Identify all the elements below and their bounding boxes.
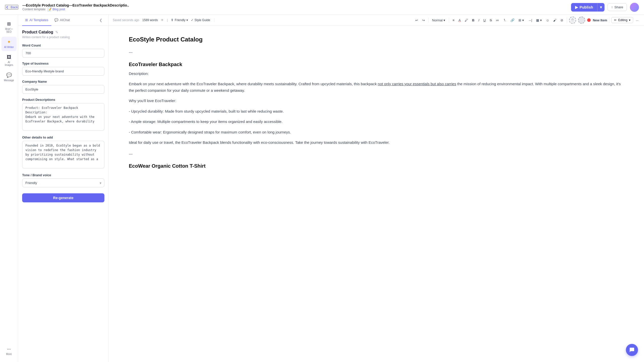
toolbar-divider-2 <box>449 18 449 23</box>
product-descriptions-group: Product Descriptions Product: EcoTravele… <box>22 98 104 131</box>
sidebar-item-brief-seo[interactable]: ⊞ Brief + SEO <box>2 19 17 36</box>
panel-collapse-button[interactable]: ❮ <box>97 16 104 24</box>
underline-button[interactable]: U <box>482 17 487 23</box>
tab-aichat[interactable]: 💬 AIChat <box>51 15 73 26</box>
content-template-label: Content template: <box>22 8 46 11</box>
other-details-label: Other details to add <box>22 135 104 139</box>
ordered-list-button[interactable]: ⒈ <box>502 17 508 23</box>
clear-format-button[interactable]: ⊘ <box>559 17 565 23</box>
sidebar-item-more[interactable]: ··· More <box>2 344 17 358</box>
description-link: not only carries your essentials but als… <box>378 82 456 86</box>
bullet-list-button[interactable]: ≔ <box>494 17 501 23</box>
sidebar-item-message[interactable]: 💬 Message <box>2 70 17 84</box>
panel-product-subtitle: Writes content for a product catalog <box>22 35 104 39</box>
sidebar-item-ai-writer[interactable]: ✦ AI Writer <box>2 37 17 51</box>
publish-button[interactable]: ▶ Publish ▾ <box>571 3 605 12</box>
type-of-business-label: Type of business <box>22 62 104 65</box>
ai-images-icon: 🖼 <box>7 55 11 60</box>
publish-icon: ▶ <box>575 5 578 10</box>
back-label: Back <box>11 5 18 9</box>
ai-writer-icon: ✦ <box>7 39 11 45</box>
toolbar-divider-1 <box>428 18 429 23</box>
header-subtitle: Content template: 📝 Blog post <box>22 7 571 11</box>
type-of-business-input[interactable] <box>22 67 104 76</box>
tab-ai-templates[interactable]: ⊞ AI Templates <box>22 15 51 26</box>
align-left-button[interactable]: ≡ <box>451 17 456 23</box>
chat-fab-button[interactable] <box>626 344 638 356</box>
tone-divider: | <box>167 18 168 22</box>
description-label: Description: <box>129 70 624 77</box>
separator-1: --- <box>129 49 624 56</box>
highlight-button[interactable]: 🖊 <box>463 17 469 23</box>
blog-post-link[interactable]: Blog post <box>53 8 65 11</box>
undo-button[interactable]: ↩ <box>414 17 420 23</box>
product1-title: EcoTraveler Backpack <box>129 62 624 67</box>
editing-chevron: ▾ <box>629 18 630 22</box>
style-guide-label: Style Guide <box>194 18 210 22</box>
ai-writer-label: AI Writer <box>4 46 14 49</box>
product-descriptions-input[interactable]: Product: EcoTraveler Backpack Descriptio… <box>22 103 104 131</box>
sidebar-nav: ⊞ Brief + SEO ✦ AI Writer 🖼 AI Images 💬 … <box>0 15 18 362</box>
eye-icon[interactable]: 👁 <box>161 18 164 22</box>
ai-templates-icon: ⊞ <box>25 18 28 22</box>
other-details-group: Other details to add Founded in 2010, Ec… <box>22 135 104 169</box>
redo-button[interactable]: ↪ <box>421 17 426 23</box>
tone-select[interactable]: Friendly Professional Casual Formal Witt… <box>22 178 104 187</box>
toolbar-divider-3 <box>567 18 567 23</box>
editor-title: EcoStyle Product Catalog <box>129 36 624 43</box>
back-button[interactable]: Back <box>5 5 18 10</box>
message-icon: 💬 <box>6 72 12 78</box>
page-title: ---EcoStyle Product Catalog---EcoTravele… <box>22 3 571 7</box>
format-select-button[interactable]: Normal ▾ <box>431 17 447 23</box>
other-details-input[interactable]: Founded in 2010, EcoStyle began as a bol… <box>22 141 104 168</box>
link-button[interactable]: 🔗 <box>509 17 516 23</box>
publish-label: Publish <box>580 5 593 9</box>
header-actions: ▶ Publish ▾ ↑ Share <box>571 3 639 12</box>
new-item-label: New Item <box>593 18 607 22</box>
regenerate-button[interactable]: Re-generate <box>22 193 104 202</box>
more-options-button[interactable]: ··· <box>634 17 640 23</box>
company-name-input[interactable] <box>22 85 104 94</box>
publish-btn-main: ▶ Publish <box>571 3 597 12</box>
blog-post-label: Blog post <box>53 8 65 11</box>
publish-dropdown-arrow[interactable]: ▾ <box>597 3 605 12</box>
editor-area: Saved seconds ago 1589 words 👁 | 🎙 Frien… <box>109 15 644 362</box>
style-guide-btn[interactable]: ✓ Style Guide <box>191 18 210 22</box>
description-paragraph: Embark on your next adventure with the E… <box>129 81 624 94</box>
format-painter-button[interactable]: 🖌 <box>552 17 558 23</box>
user-avatar[interactable] <box>630 3 639 12</box>
feature-3: - Comfortable wear: Ergonomically design… <box>129 129 624 135</box>
product2-title: EcoWear Organic Cotton T-Shirt <box>129 163 624 169</box>
share-button[interactable]: ↑ Share <box>608 3 627 11</box>
bold-button[interactable]: B <box>470 17 476 23</box>
edit-product-icon[interactable]: ✎ <box>55 30 58 34</box>
word-count-group: Word Count <box>22 43 104 58</box>
ai-templates-label: AI Templates <box>29 18 48 22</box>
toolbar-meta: Saved seconds ago 1589 words 👁 | 🎙 Frien… <box>113 18 214 22</box>
text-color-button[interactable]: A <box>457 17 462 23</box>
message-label: Message <box>4 79 14 82</box>
strikethrough-button[interactable]: S <box>488 17 494 23</box>
emoji-button[interactable]: ☺ <box>544 17 551 23</box>
italic-button[interactable]: I <box>477 17 481 23</box>
editing-badge[interactable]: ✏ Editing ▾ <box>611 17 633 23</box>
feature-1: - Upcycled durability: Made from sturdy … <box>129 108 624 115</box>
company-name-label: Company Name <box>22 80 104 83</box>
main-layout: ⊞ Brief + SEO ✦ AI Writer 🖼 AI Images 💬 … <box>0 15 644 362</box>
why-love-title: Why you'll love EcoTraveler: <box>129 98 624 104</box>
new-item-area: New Item <box>569 17 607 24</box>
indent-button[interactable]: →| <box>527 17 534 23</box>
editor-content[interactable]: EcoStyle Product Catalog --- EcoTraveler… <box>109 26 644 362</box>
saved-label: Saved seconds ago <box>113 18 139 22</box>
new-item-indicator <box>587 18 591 22</box>
style-guide-icon: ✓ <box>191 18 193 22</box>
table-layout-button[interactable]: ▦ ▾ <box>535 17 543 23</box>
sidebar-item-ai-images[interactable]: 🖼 AI Images <box>2 52 17 69</box>
word-count-input[interactable] <box>22 49 104 58</box>
panel-product-title-area: Product Catalog ✎ <box>22 30 104 34</box>
table-button[interactable]: ⊞ ▾ <box>517 17 526 23</box>
tone-badge[interactable]: 🎙 Friendly ▾ <box>171 18 188 22</box>
pencil-icon: ✏ <box>614 18 617 22</box>
collaborator-avatar <box>578 17 585 24</box>
feature-2: - Ample storage: Multiple compartments t… <box>129 118 624 125</box>
